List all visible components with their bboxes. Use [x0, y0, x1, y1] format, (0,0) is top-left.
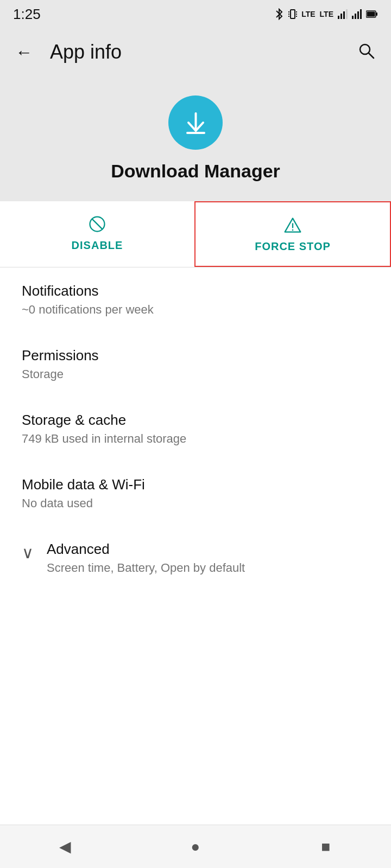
bottom-nav: ◀ ● ■: [0, 825, 391, 868]
force-stop-label: FORCE STOP: [255, 240, 331, 253]
status-bar: 1:25 LTE LTE: [0, 0, 391, 28]
nav-back-icon: ◀: [59, 838, 71, 856]
bluetooth-icon: [274, 8, 284, 20]
svg-rect-0: [291, 10, 295, 18]
nav-home-icon: ●: [191, 838, 200, 856]
disable-button[interactable]: DISABLE: [0, 201, 194, 267]
lte2-icon: LTE: [320, 10, 333, 18]
disable-icon: [87, 214, 107, 234]
nav-recent-button[interactable]: ■: [304, 831, 348, 863]
vibrate-icon: [288, 8, 297, 20]
advanced-subtitle: Screen time, Battery, Open by default: [47, 561, 369, 575]
mobile-data-subtitle: No data used: [22, 496, 369, 510]
page-title: App info: [50, 41, 122, 63]
action-buttons-row: DISABLE FORCE STOP: [0, 201, 391, 267]
svg-rect-7: [338, 16, 339, 19]
top-bar-left: ← App info: [11, 38, 122, 67]
force-stop-button[interactable]: FORCE STOP: [194, 201, 391, 267]
back-button[interactable]: ←: [11, 38, 37, 67]
signal2-icon: [352, 9, 362, 19]
app-icon: [168, 95, 223, 150]
status-icons: LTE LTE: [274, 8, 378, 20]
svg-rect-13: [357, 11, 359, 19]
notifications-item[interactable]: Notifications ~0 notifications per week: [0, 267, 391, 332]
nav-home-button[interactable]: ●: [174, 831, 217, 863]
storage-cache-subtitle: 749 kB used in internal storage: [22, 432, 369, 446]
battery-icon: [366, 10, 378, 18]
svg-rect-12: [355, 14, 356, 19]
notifications-title: Notifications: [22, 283, 369, 299]
svg-rect-10: [346, 9, 348, 19]
svg-rect-17: [367, 12, 375, 17]
permissions-title: Permissions: [22, 347, 369, 364]
app-name: Download Manager: [111, 161, 280, 182]
svg-line-19: [369, 53, 374, 58]
app-header: Download Manager: [0, 76, 391, 201]
nav-back-button[interactable]: ◀: [43, 831, 87, 863]
signal1-icon: [338, 9, 348, 19]
permissions-item[interactable]: Permissions Storage: [0, 332, 391, 397]
svg-point-26: [292, 229, 294, 231]
advanced-item[interactable]: ∨ Advanced Screen time, Battery, Open by…: [0, 526, 391, 590]
svg-rect-14: [360, 9, 362, 19]
force-stop-icon: [283, 215, 302, 235]
disable-label: DISABLE: [72, 239, 123, 252]
top-bar: ← App info: [0, 28, 391, 76]
advanced-title: Advanced: [47, 541, 369, 558]
svg-rect-11: [352, 16, 354, 19]
chevron-down-icon: ∨: [22, 543, 34, 562]
search-button[interactable]: [353, 37, 380, 67]
notifications-subtitle: ~0 notifications per week: [22, 303, 369, 317]
menu-list: Notifications ~0 notifications per week …: [0, 267, 391, 825]
nav-recent-icon: ■: [321, 838, 331, 856]
mobile-data-item[interactable]: Mobile data & Wi-Fi No data used: [0, 461, 391, 526]
mobile-data-title: Mobile data & Wi-Fi: [22, 476, 369, 493]
permissions-subtitle: Storage: [22, 367, 369, 381]
svg-rect-16: [376, 12, 377, 16]
lte-icon: LTE: [301, 10, 315, 18]
advanced-content: Advanced Screen time, Battery, Open by d…: [47, 541, 369, 575]
storage-cache-item[interactable]: Storage & cache 749 kB used in internal …: [0, 397, 391, 461]
svg-rect-8: [340, 14, 342, 19]
back-icon: ←: [15, 42, 33, 62]
status-time: 1:25: [13, 6, 41, 23]
download-icon: [181, 108, 211, 138]
storage-cache-title: Storage & cache: [22, 412, 369, 429]
search-icon: [357, 42, 376, 60]
svg-line-23: [92, 219, 103, 229]
svg-rect-9: [343, 11, 345, 19]
